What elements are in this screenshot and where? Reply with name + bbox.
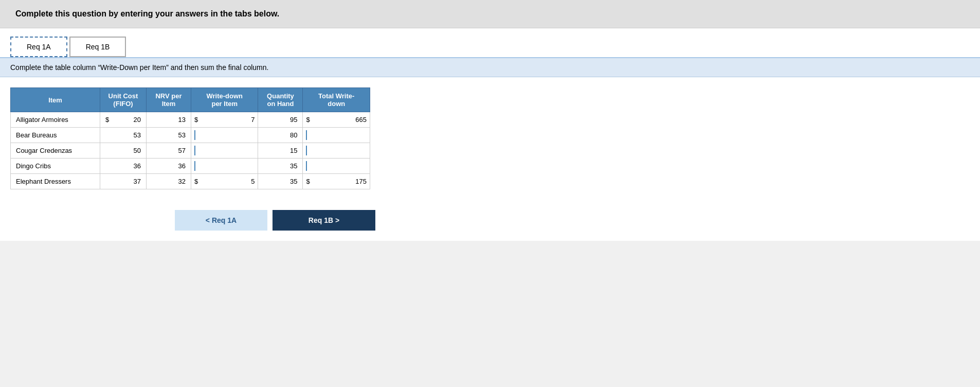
table-row: Elephant Dressers3732$535$175 — [11, 174, 370, 189]
col-nrv: NRV perItem — [147, 88, 191, 112]
cell-nrv: 32 — [147, 174, 191, 189]
cell-quantity: 35 — [258, 159, 303, 174]
cell-item-name: Bear Bureaus — [11, 128, 100, 143]
cell-total-write-down[interactable] — [303, 128, 370, 143]
instruction-row: Complete the table column “Write-Down pe… — [0, 58, 980, 77]
cell-nrv: 13 — [147, 112, 191, 128]
main-content: Req 1A Req 1B Complete the table column … — [0, 28, 980, 241]
header-banner: Complete this question by entering your … — [0, 0, 980, 28]
cell-total-write-down[interactable] — [303, 159, 370, 174]
page-wrapper: Complete this question by entering your … — [0, 0, 980, 241]
cell-nrv: 36 — [147, 159, 191, 174]
nav-buttons: < Req 1A Req 1B > — [165, 200, 980, 241]
cell-item-name: Alligator Armoires — [11, 112, 100, 128]
table-container: Item Unit Cost(FIFO) NRV perItem Write-d… — [0, 77, 980, 200]
cell-item-name: Cougar Credenzas — [11, 143, 100, 159]
table-header-row: Item Unit Cost(FIFO) NRV perItem Write-d… — [11, 88, 370, 112]
total-write-down-input[interactable] — [307, 146, 348, 155]
cell-item-name: Dingo Cribs — [11, 159, 100, 174]
cell-unit-cost: 50 — [100, 143, 146, 159]
header-instruction: Complete this question by entering your … — [15, 9, 279, 18]
cell-unit-cost: 36 — [100, 159, 146, 174]
cell-quantity: 95 — [258, 112, 303, 128]
cell-item-name: Elephant Dressers — [11, 174, 100, 189]
cell-quantity: 80 — [258, 128, 303, 143]
prev-button[interactable]: < Req 1A — [175, 210, 267, 231]
cell-total-write-down[interactable] — [303, 143, 370, 159]
cell-unit-cost: 37 — [100, 174, 146, 189]
cell-unit-cost: 53 — [100, 128, 146, 143]
write-down-input[interactable] — [195, 130, 237, 140]
cell-write-down-per-item: $7 — [191, 112, 258, 128]
total-write-down-input[interactable] — [307, 130, 348, 140]
write-down-input[interactable] — [195, 161, 237, 171]
tab-req1b[interactable]: Req 1B — [69, 37, 126, 57]
table-row: Cougar Credenzas505715 — [11, 143, 370, 159]
data-table: Item Unit Cost(FIFO) NRV perItem Write-d… — [10, 87, 370, 189]
tabs-area: Req 1A Req 1B — [0, 28, 980, 58]
write-down-input[interactable] — [195, 146, 237, 155]
table-row: Bear Bureaus535380 — [11, 128, 370, 143]
table-row: Dingo Cribs363635 — [11, 159, 370, 174]
table-row: Alligator Armoires$2013$795$665 — [11, 112, 370, 128]
cell-quantity: 35 — [258, 174, 303, 189]
col-item: Item — [11, 88, 100, 112]
cell-write-down-per-item[interactable] — [191, 128, 258, 143]
tab-req1a[interactable]: Req 1A — [10, 37, 67, 57]
cell-nrv: 53 — [147, 128, 191, 143]
cell-unit-cost: $20 — [100, 112, 146, 128]
col-unit-cost: Unit Cost(FIFO) — [100, 88, 146, 112]
cell-total-write-down: $175 — [303, 174, 370, 189]
cell-nrv: 57 — [147, 143, 191, 159]
total-write-down-input[interactable] — [307, 161, 348, 171]
next-button[interactable]: Req 1B > — [273, 210, 375, 231]
cell-write-down-per-item[interactable] — [191, 159, 258, 174]
cell-write-down-per-item[interactable] — [191, 143, 258, 159]
cell-total-write-down: $665 — [303, 112, 370, 128]
col-quantity: Quantityon Hand — [258, 88, 303, 112]
col-total-write-down: Total Write-down — [303, 88, 370, 112]
cell-quantity: 15 — [258, 143, 303, 159]
col-write-down-per-item: Write-downper Item — [191, 88, 258, 112]
cell-write-down-per-item: $5 — [191, 174, 258, 189]
instruction-text: Complete the table column “Write-Down pe… — [10, 63, 268, 72]
